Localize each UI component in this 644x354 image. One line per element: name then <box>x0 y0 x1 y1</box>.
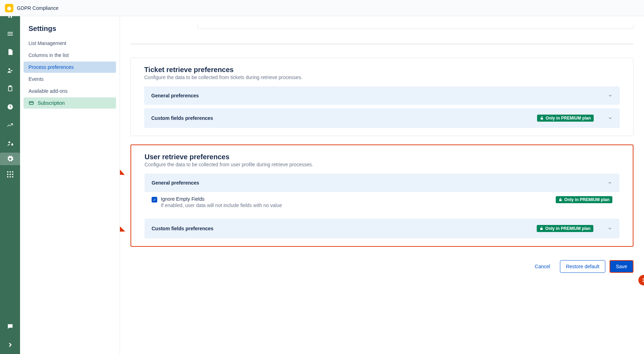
document-icon[interactable] <box>6 48 14 56</box>
chevron-down-icon <box>608 93 613 98</box>
panel-title: Custom fields preferences <box>152 226 213 231</box>
annotation-marker-3: 3 <box>638 275 644 285</box>
sidebar-item-subscription[interactable]: Subscription <box>24 97 116 109</box>
panel-title: General preferences <box>151 93 199 98</box>
save-button[interactable]: Save <box>610 260 633 273</box>
user-lock-icon[interactable] <box>6 139 14 148</box>
svg-line-10 <box>120 203 124 231</box>
home-icon[interactable] <box>6 11 14 20</box>
option-desc: If enabled, user data will not include f… <box>161 202 282 208</box>
user-general-panel-body: ✓ Ignore Empty Fields If enabled, user d… <box>145 192 619 219</box>
panel-title: General preferences <box>152 180 199 186</box>
previous-card-fragment <box>197 25 633 29</box>
ticket-general-panel[interactable]: General preferences <box>144 86 620 105</box>
lock-open-icon <box>540 116 544 120</box>
premium-badge: Only in PREMIUM plan <box>537 115 594 122</box>
ticket-section-title: Ticket retrieve preferences <box>144 66 620 74</box>
sidebar-item-list-management[interactable]: List Management <box>24 38 116 49</box>
user-preferences-card: User retrieve preferences Configure the … <box>130 144 633 247</box>
sidebar-item-columns[interactable]: Columns in the list <box>24 50 116 61</box>
ticket-section-desc: Configure the data to be collected from … <box>144 75 620 80</box>
annotation-arrow-1 <box>120 143 129 179</box>
user-transfer-icon[interactable] <box>6 66 14 75</box>
svg-point-0 <box>8 68 10 70</box>
lock-open-icon <box>540 226 544 231</box>
left-rail <box>0 0 20 354</box>
premium-badge: Only in PREMIUM plan <box>537 225 593 232</box>
sidebar-item-process-preferences[interactable]: Process preferences <box>24 62 116 73</box>
svg-point-4 <box>8 141 10 143</box>
settings-sidebar: Settings List Management Columns in the … <box>20 16 120 354</box>
chevron-up-icon <box>607 180 612 185</box>
ticket-custom-fields-panel[interactable]: Custom fields preferences Only in PREMIU… <box>144 108 620 128</box>
panel-title: Custom fields preferences <box>151 115 213 121</box>
card-icon <box>28 100 34 106</box>
user-custom-fields-panel[interactable]: Custom fields preferences Only in PREMIU… <box>145 219 619 238</box>
premium-badge: Only in PREMIUM plan <box>556 196 612 203</box>
chevron-down-icon <box>607 226 612 231</box>
footer-actions: Cancel Restore default Save <box>130 255 633 278</box>
chevron-right-icon[interactable] <box>6 341 14 349</box>
chart-icon[interactable] <box>6 121 14 129</box>
chevron-down-icon <box>608 116 613 121</box>
main-content: 1 2 3 Ticket retrieve preferences Config… <box>120 16 644 354</box>
sidebar-item-events[interactable]: Events <box>24 73 116 85</box>
svg-line-8 <box>120 146 123 174</box>
svg-rect-5 <box>29 102 33 104</box>
sidebar-title: Settings <box>24 25 116 38</box>
restore-default-button[interactable]: Restore default <box>560 260 605 273</box>
lock-open-icon <box>559 198 563 202</box>
option-label: Ignore Empty Fields <box>161 196 282 202</box>
sidebar-item-addons[interactable]: Available add-ons <box>24 85 116 97</box>
apps-icon[interactable] <box>6 170 14 179</box>
ticket-preferences-card: Ticket retrieve preferences Configure th… <box>130 58 633 136</box>
settings-icon[interactable] <box>0 153 20 165</box>
user-section-desc: Configure the data to be collected from … <box>145 162 619 167</box>
user-general-panel[interactable]: General preferences <box>145 174 619 192</box>
clipboard-icon[interactable] <box>6 84 14 93</box>
divider-line <box>130 44 633 44</box>
annotation-arrow-2 <box>120 200 129 235</box>
ignore-empty-fields-checkbox[interactable]: ✓ <box>152 197 157 202</box>
list-icon[interactable] <box>6 30 14 38</box>
user-section-title: User retrieve preferences <box>145 153 619 161</box>
cancel-button[interactable]: Cancel <box>529 260 556 273</box>
clock-icon[interactable] <box>6 103 14 111</box>
comment-icon[interactable] <box>6 322 14 331</box>
